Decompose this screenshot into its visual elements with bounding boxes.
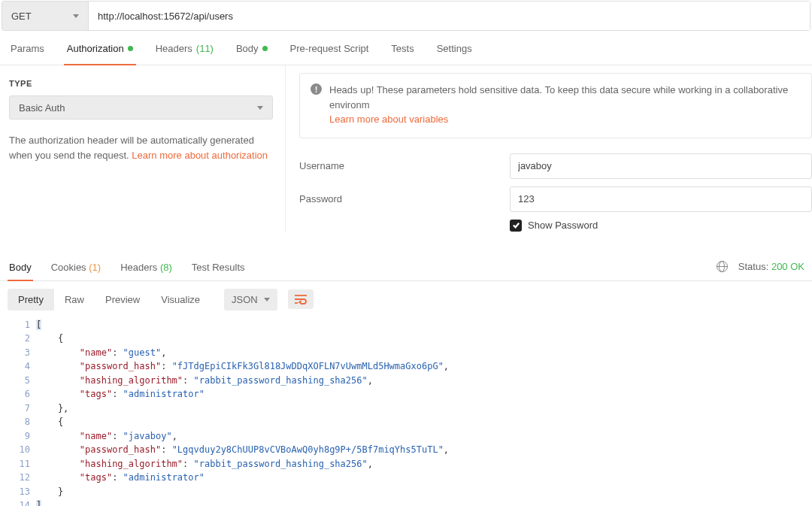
resp-tab-cookies[interactable]: Cookies (1) <box>50 253 102 280</box>
tab-headers[interactable]: Headers (11) <box>153 31 217 65</box>
http-method-value: GET <box>11 11 32 22</box>
username-row: Username <box>299 153 812 179</box>
dot-icon <box>128 46 133 51</box>
view-pretty[interactable]: Pretty <box>8 289 54 311</box>
line-gutter: 1234567891011121314 <box>0 315 36 507</box>
auth-panel: TYPE Basic Auth The authorization header… <box>0 65 812 232</box>
learn-more-auth-link[interactable]: Learn more about authorization <box>132 150 268 161</box>
chevron-down-icon <box>257 106 263 110</box>
password-input[interactable] <box>510 186 812 212</box>
headers-count: (11) <box>196 43 214 54</box>
response-right: Status: 200 OK <box>717 261 804 272</box>
response-tabs: Body Cookies (1) Headers (8) Test Result… <box>8 253 247 280</box>
json-code[interactable]: [ { "name": "guest", "password_hash": "f… <box>36 315 812 507</box>
resp-headers-count: (8) <box>160 262 172 273</box>
chevron-down-icon <box>264 298 270 301</box>
url-input[interactable] <box>89 2 810 30</box>
warning-text: Heads up! These parameters hold sensitiv… <box>329 84 788 111</box>
format-value: JSON <box>232 294 258 305</box>
auth-right-column: ! Heads up! These parameters hold sensit… <box>286 65 812 232</box>
tab-body[interactable]: Body <box>233 31 271 65</box>
username-label: Username <box>299 160 510 171</box>
tab-settings[interactable]: Settings <box>434 31 475 65</box>
status-label: Status: <box>738 261 768 272</box>
http-method-select[interactable]: GET <box>2 2 89 30</box>
show-password-label: Show Password <box>528 220 598 231</box>
url-bar: GET <box>2 1 810 31</box>
auth-help-text: The authorization header will be automat… <box>9 133 273 162</box>
password-row: Password <box>299 186 812 212</box>
tab-prerequest[interactable]: Pre-request Script <box>287 31 372 65</box>
response-bar: Body Cookies (1) Headers (8) Test Result… <box>0 253 812 281</box>
status-value: 200 OK <box>771 261 804 272</box>
view-preview[interactable]: Preview <box>95 289 150 311</box>
wrap-lines-button[interactable] <box>288 289 314 309</box>
show-password-checkbox[interactable] <box>510 220 522 232</box>
view-mode-group: Pretty Raw Preview Visualize <box>8 289 211 311</box>
username-input[interactable] <box>510 153 812 179</box>
response-body: 1234567891011121314 [ { "name": "guest",… <box>0 315 812 507</box>
view-bar: Pretty Raw Preview Visualize JSON <box>0 281 812 315</box>
request-tabs: Params Authorization Headers (11) Body P… <box>0 31 812 65</box>
auth-type-label: TYPE <box>9 79 273 88</box>
wrap-icon <box>294 294 308 305</box>
show-password-row: Show Password <box>510 220 812 232</box>
password-label: Password <box>299 193 510 205</box>
globe-icon[interactable] <box>717 261 728 272</box>
chevron-down-icon <box>73 14 79 18</box>
cookies-count: (1) <box>89 262 101 273</box>
dot-icon <box>262 46 268 51</box>
sensitive-warning: ! Heads up! These parameters hold sensit… <box>299 73 812 138</box>
check-icon <box>512 221 520 229</box>
tab-tests[interactable]: Tests <box>388 31 417 65</box>
auth-type-select[interactable]: Basic Auth <box>9 95 273 120</box>
auth-left-column: TYPE Basic Auth The authorization header… <box>0 65 286 232</box>
view-raw[interactable]: Raw <box>54 289 95 311</box>
warning-icon: ! <box>311 83 322 95</box>
view-visualize[interactable]: Visualize <box>150 289 211 311</box>
resp-tab-body[interactable]: Body <box>8 253 33 280</box>
learn-more-variables-link[interactable]: Learn more about variables <box>329 114 448 125</box>
tab-authorization[interactable]: Authorization <box>64 31 136 65</box>
resp-tab-tests[interactable]: Test Results <box>190 253 247 280</box>
resp-tab-headers[interactable]: Headers (8) <box>119 253 174 280</box>
format-select[interactable]: JSON <box>224 289 277 311</box>
tab-params[interactable]: Params <box>8 31 47 65</box>
auth-type-value: Basic Auth <box>19 102 65 114</box>
